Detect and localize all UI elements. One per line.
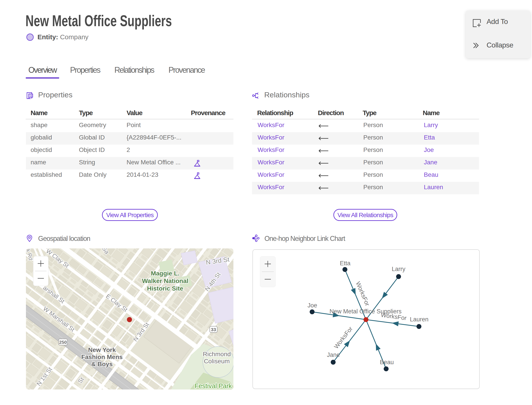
svg-text:Larry: Larry bbox=[392, 266, 406, 272]
svg-text:Historic Site: Historic Site bbox=[147, 285, 183, 292]
svg-text:33: 33 bbox=[211, 327, 216, 332]
svg-text:250: 250 bbox=[59, 340, 67, 345]
svg-text:Richmond: Richmond bbox=[203, 351, 231, 358]
svg-text:Coliseum: Coliseum bbox=[204, 358, 230, 365]
svg-text:Festival Park: Festival Park bbox=[195, 382, 232, 390]
svg-text:Maggie L.: Maggie L. bbox=[151, 270, 179, 277]
svg-text:New York: New York bbox=[88, 346, 116, 353]
svg-text:Walker National: Walker National bbox=[142, 277, 188, 284]
svg-text:Lauren: Lauren bbox=[410, 316, 428, 323]
svg-text:Jane: Jane bbox=[327, 351, 340, 358]
svg-text:Etta: Etta bbox=[340, 260, 351, 267]
svg-text:& Boys: & Boys bbox=[91, 361, 113, 368]
svg-text:Beau: Beau bbox=[380, 359, 394, 365]
svg-text:Fashion Mens: Fashion Mens bbox=[81, 354, 123, 360]
svg-text:Joe: Joe bbox=[307, 302, 317, 309]
